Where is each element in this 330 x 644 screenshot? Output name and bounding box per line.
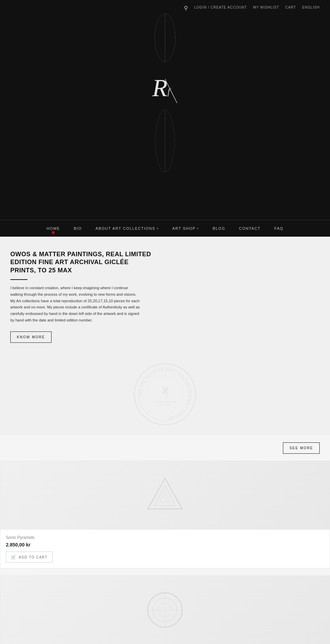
product-card: Metamorphosis Internal Expansion 2.850,0… xyxy=(0,575,330,644)
nav-link-art-shop[interactable]: ART SHOP ▾ xyxy=(165,220,206,237)
main-heading: OWOS & MATTER PAINTINGS, REAL LIMITED ED… xyxy=(10,250,155,274)
dropdown-arrow-about-art: ▾ xyxy=(157,227,159,230)
nav-item-blog[interactable]: BLOG xyxy=(206,220,232,237)
language-selector[interactable]: ENGLISH xyxy=(302,5,320,10)
svg-text:LIMITED EDITION: LIMITED EDITION xyxy=(154,401,176,403)
logo-middle: R f xyxy=(146,69,184,106)
login-create-link[interactable]: LOGIN / CREATE ACCOUNT xyxy=(194,5,247,10)
hero-section: ⚲ LOGIN / CREATE ACCOUNT MY WISHLIST CAR… xyxy=(0,0,330,220)
svg-marker-20 xyxy=(155,485,175,506)
product-image-placeholder xyxy=(0,576,330,644)
product-image xyxy=(0,461,330,530)
nav-link-contact[interactable]: CONTACT xyxy=(232,220,267,237)
products-section: Sonic Pyramids 2.850,00 kr 🛒 ADD TO CART xyxy=(0,461,330,644)
svg-text:f: f xyxy=(167,86,171,97)
cart-icon: 🛒 xyxy=(11,555,17,560)
know-more-button[interactable]: KNOW MORE xyxy=(10,331,52,343)
nav-item-home[interactable]: HOME xyxy=(40,220,67,237)
search-icon[interactable]: ⚲ xyxy=(184,5,188,11)
active-indicator xyxy=(52,231,55,234)
seal-area: ON THE SCALE OF ART • LIMITED EDITION • … xyxy=(0,357,330,436)
wishlist-link[interactable]: MY WISHLIST xyxy=(253,5,279,10)
main-nav: HOME BIO ABOUT ART COLLECTIONS ▾ ART SHO… xyxy=(0,220,330,237)
nav-item-bio[interactable]: BIO xyxy=(67,220,88,237)
see-more-row: SEE MORE xyxy=(0,436,330,461)
nav-link-faq[interactable]: FAQ xyxy=(267,220,290,237)
product-image-placeholder xyxy=(0,461,330,530)
top-nav: ⚲ LOGIN / CREATE ACCOUNT MY WISHLIST CAR… xyxy=(0,0,330,11)
product-name: Sonic Pyramids xyxy=(6,535,324,540)
content-divider xyxy=(10,279,28,280)
nav-item-contact[interactable]: CONTACT xyxy=(232,220,267,237)
nav-link-home[interactable]: HOME xyxy=(40,220,67,237)
cart-link[interactable]: CART xyxy=(285,5,296,10)
logo-bottom xyxy=(150,106,180,175)
svg-marker-19 xyxy=(148,478,182,509)
content-section: OWOS & MATTER PAINTINGS, REAL LIMITED ED… xyxy=(0,237,330,357)
main-nav-wrapper: HOME BIO ABOUT ART COLLECTIONS ▾ ART SHO… xyxy=(0,220,330,237)
authenticity-seal: ON THE SCALE OF ART • LIMITED EDITION • … xyxy=(134,363,196,425)
add-to-cart-button[interactable]: 🛒 ADD TO CART xyxy=(6,552,53,563)
svg-marker-21 xyxy=(160,492,170,502)
nav-item-faq[interactable]: FAQ xyxy=(267,220,290,237)
content-body-text: I believe in constant creation, where I … xyxy=(10,285,141,323)
nav-item-about-art[interactable]: ABOUT ART COLLECTIONS ▾ xyxy=(89,220,165,237)
logo-top xyxy=(150,10,180,65)
dropdown-arrow-art-shop: ▾ xyxy=(197,227,199,230)
nav-link-blog[interactable]: BLOG xyxy=(206,220,232,237)
nav-link-bio[interactable]: BIO xyxy=(67,220,88,237)
product-card: Sonic Pyramids 2.850,00 kr 🛒 ADD TO CART xyxy=(0,461,330,568)
nav-item-art-shop[interactable]: ART SHOP ▾ xyxy=(165,220,206,237)
hero-logo-area: R f xyxy=(0,0,330,175)
product-info: Sonic Pyramids 2.850,00 kr 🛒 ADD TO CART xyxy=(0,530,330,568)
svg-text:GENUINE: GENUINE xyxy=(159,404,171,406)
product-price: 2.850,00 kr xyxy=(6,542,324,547)
product-image xyxy=(0,576,330,644)
see-more-button[interactable]: SEE MORE xyxy=(283,442,320,454)
nav-link-about-art[interactable]: ABOUT ART COLLECTIONS ▾ xyxy=(89,220,165,237)
svg-text:R: R xyxy=(152,74,167,102)
